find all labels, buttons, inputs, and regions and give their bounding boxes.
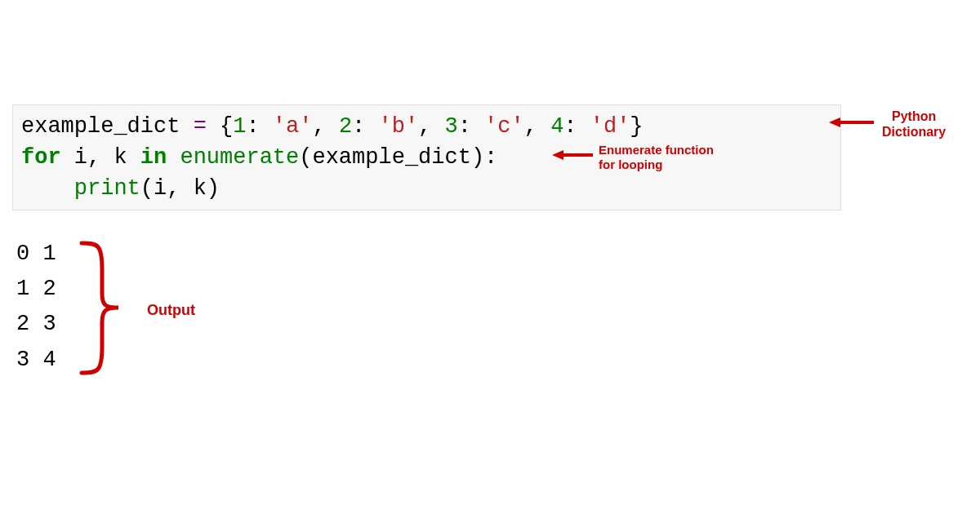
annotation-python-dictionary: Python Dictionary [882, 109, 946, 140]
annotation-text: for looping [599, 157, 662, 171]
code-token: 'a' [273, 114, 313, 139]
code-token: 'd' [590, 114, 630, 139]
code-block: example_dict = {1: 'a', 2: 'b', 3: 'c', … [12, 104, 841, 210]
code-token: , [418, 114, 444, 139]
code-token: (i, k) [140, 176, 220, 201]
code-token: : [458, 114, 484, 139]
code-token: : [564, 114, 590, 139]
code-token: for [21, 145, 61, 170]
brace-icon [74, 237, 139, 379]
code-token: 2 [339, 114, 352, 139]
code-line-3: print(i, k) [21, 174, 832, 205]
code-token: : [246, 114, 272, 139]
annotation-enumerate: Enumerate function for looping [599, 143, 714, 172]
code-token: } [630, 114, 643, 139]
code-token: (example_dict): [299, 145, 497, 170]
code-token: in [140, 145, 167, 170]
annotation-text: Dictionary [882, 125, 946, 139]
output-line: 2 3 [16, 307, 56, 342]
output-line: 1 2 [16, 272, 56, 307]
output-line: 3 4 [16, 343, 56, 378]
annotation-text: Enumerate function [599, 143, 714, 157]
code-token: : [352, 114, 378, 139]
code-token: 'c' [484, 114, 524, 139]
code-token: print [74, 176, 140, 201]
annotation-text: Python [892, 109, 936, 123]
output-line: 0 1 [16, 237, 56, 272]
code-token: 4 [550, 114, 564, 139]
code-token [21, 176, 74, 201]
code-line-1: example_dict = {1: 'a', 2: 'b', 3: 'c', … [21, 112, 832, 143]
code-token: example_dict [21, 114, 194, 139]
code-token: , [524, 114, 550, 139]
code-token: 1 [233, 114, 246, 139]
code-token: , [312, 114, 338, 139]
annotation-output: Output [147, 302, 195, 320]
code-token [167, 145, 180, 170]
code-token: enumerate [180, 145, 299, 170]
code-token: = [194, 114, 207, 139]
code-token: 3 [445, 114, 458, 139]
code-token: i, k [61, 145, 140, 170]
code-token: { [207, 114, 233, 139]
code-token: 'b' [378, 114, 418, 139]
annotation-text: Output [147, 302, 195, 318]
output-block: 0 1 1 2 2 3 3 4 [16, 237, 56, 378]
